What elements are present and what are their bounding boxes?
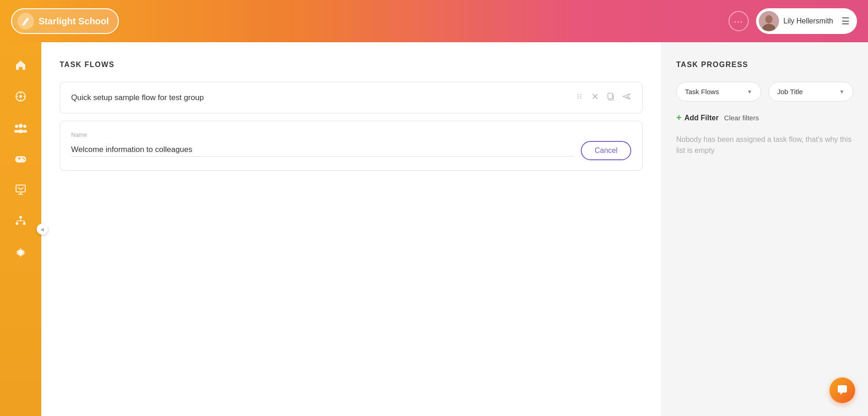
task-progress-title: TASK PROGRESS [676, 61, 853, 69]
empty-message: Nobody has been assigned a task flow, th… [676, 134, 853, 156]
svg-point-10 [23, 130, 28, 133]
flow-edit-card: Name Cancel [60, 121, 643, 171]
flow-card-text: Quick setup sample flow for test group [71, 93, 575, 102]
svg-line-19 [18, 187, 21, 190]
svg-point-14 [22, 157, 24, 159]
logo-icon [17, 13, 34, 29]
svg-point-31 [578, 96, 579, 97]
job-title-dropdown[interactable]: Job Title ▼ [768, 82, 853, 101]
task-progress-panel: TASK PROGRESS Task Flows ▼ Job Title ▼ +… [662, 42, 868, 416]
sidebar-item-settings[interactable] [7, 239, 34, 266]
svg-point-33 [578, 98, 579, 99]
sidebar-item-gamepad[interactable] [7, 145, 34, 173]
svg-rect-13 [19, 157, 20, 160]
content-area: TASK FLOWS Quick setup sample flow for t… [41, 42, 868, 416]
add-filter-button[interactable]: + Add Filter [676, 112, 718, 123]
flow-edit-row: Cancel [71, 141, 631, 160]
avatar [759, 11, 779, 31]
logo-badge[interactable]: Starlight School [11, 8, 119, 34]
sidebar-item-org-chart[interactable] [7, 208, 34, 235]
svg-point-21 [19, 216, 22, 219]
sidebar-item-home[interactable] [7, 51, 34, 79]
drag-icon[interactable] [575, 92, 584, 103]
svg-point-5 [19, 124, 23, 128]
send-icon[interactable] [622, 92, 631, 103]
chat-bubble[interactable] [829, 377, 855, 403]
clear-filters-button[interactable]: Clear filters [724, 114, 759, 122]
svg-point-1 [765, 15, 773, 23]
svg-point-7 [23, 125, 27, 128]
svg-point-32 [580, 96, 582, 97]
svg-point-8 [17, 129, 24, 133]
flow-card: Quick setup sample flow for test group [60, 82, 643, 113]
more-options-button[interactable]: ··· [729, 11, 749, 31]
svg-point-23 [23, 222, 26, 225]
job-title-dropdown-arrow: ▼ [839, 89, 845, 95]
task-flows-title: TASK FLOWS [60, 61, 643, 69]
task-flows-dropdown-arrow: ▼ [747, 89, 752, 95]
plus-icon: + [676, 112, 682, 123]
copy-icon[interactable] [606, 92, 615, 103]
flow-edit-label: Name [71, 131, 631, 138]
svg-point-9 [14, 130, 18, 133]
filter-row: Task Flows ▼ Job Title ▼ [676, 82, 853, 101]
svg-point-22 [16, 222, 18, 225]
add-filter-label: Add Filter [684, 114, 719, 122]
task-flows-dropdown-label: Task Flows [685, 88, 719, 96]
add-filter-row: + Add Filter Clear filters [676, 112, 853, 123]
sidebar-item-groups[interactable] [7, 114, 34, 141]
sidebar: ◀ [0, 42, 41, 416]
cancel-button[interactable]: Cancel [581, 141, 631, 160]
sidebar-collapse-button[interactable]: ◀ [37, 224, 48, 235]
task-flows-panel: TASK FLOWS Quick setup sample flow for t… [41, 42, 662, 416]
job-title-dropdown-label: Job Title [777, 88, 803, 96]
app-header: Starlight School ··· Lily Hellersmith ☰ [0, 0, 868, 42]
flow-name-input[interactable] [71, 145, 573, 157]
svg-rect-38 [608, 93, 612, 99]
flow-card-actions [575, 92, 631, 103]
svg-point-30 [580, 94, 582, 96]
svg-line-20 [21, 187, 23, 190]
sidebar-item-presentations[interactable] [7, 176, 34, 204]
user-name: Lily Hellersmith [784, 17, 833, 25]
sidebar-item-navigate[interactable] [7, 83, 34, 110]
main-layout: ◀ TASK FLOWS Quick setup sample flow for… [0, 42, 868, 416]
svg-point-29 [578, 94, 579, 96]
svg-point-15 [24, 159, 25, 160]
hamburger-icon[interactable]: ☰ [841, 16, 850, 27]
close-icon[interactable] [591, 92, 599, 103]
svg-point-4 [19, 95, 22, 98]
svg-rect-16 [16, 185, 25, 192]
user-pill[interactable]: Lily Hellersmith ☰ [756, 8, 857, 34]
app-title: Starlight School [39, 16, 109, 27]
header-right: ··· Lily Hellersmith ☰ [729, 8, 857, 34]
svg-point-34 [580, 98, 582, 99]
svg-point-6 [15, 125, 18, 128]
task-flows-dropdown[interactable]: Task Flows ▼ [676, 82, 761, 101]
